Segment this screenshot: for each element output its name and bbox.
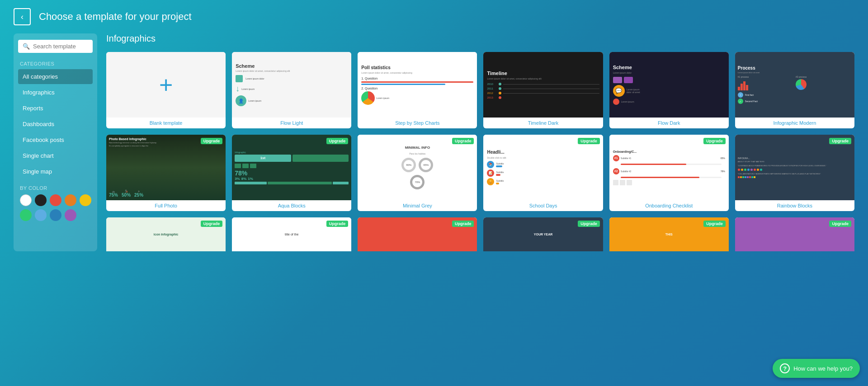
template-label-minimal-grey: Minimal Grey bbox=[358, 200, 477, 211]
main-layout: 🔍 Categories All categories Infographics… bbox=[0, 33, 868, 265]
sidebar-item-single-map[interactable]: Single map bbox=[18, 164, 93, 179]
template-thumb-infographic-modern: Process Lorem ipsum dolor sit amet #1 pr… bbox=[735, 52, 854, 118]
section-title: Infographics bbox=[106, 33, 854, 44]
template-card-your-year[interactable]: Upgrade YOUR YEAR bbox=[483, 217, 603, 251]
upgrade-badge-rainbow-blocks: Upgrade bbox=[829, 138, 851, 144]
color-swatch-white[interactable] bbox=[20, 194, 32, 206]
template-label-onboarding-checklist: Onboarding Checklist bbox=[609, 200, 729, 211]
color-swatch-red[interactable] bbox=[50, 194, 61, 206]
template-card-icon-infographic[interactable]: Upgrade icon infographic bbox=[106, 217, 226, 251]
upgrade-badge-onboarding-checklist: Upgrade bbox=[703, 138, 726, 144]
upgrade-badge-minimal-grey: Upgrade bbox=[452, 138, 474, 144]
template-card-timeline-dark[interactable]: Timeline Lorem ipsum dolor sit amet, con… bbox=[483, 52, 603, 128]
search-input[interactable] bbox=[33, 43, 88, 50]
template-label-flow-light: Flow Light bbox=[232, 118, 351, 128]
template-card-school-days[interactable]: Upgrade Headli... Double-click to edit 📚… bbox=[483, 135, 603, 211]
upgrade-badge-this: Upgrade bbox=[703, 221, 726, 227]
color-swatch-black[interactable] bbox=[35, 194, 47, 206]
template-thumb-onboarding-checklist: Onboarding/C... #1 Subtitle #1 65% #2 S bbox=[609, 135, 729, 200]
color-swatch-purple[interactable] bbox=[65, 209, 76, 221]
templates-grid-row3: Upgrade icon infographic Upgrade title o… bbox=[106, 217, 854, 251]
sidebar-item-reports[interactable]: Reports bbox=[18, 101, 93, 116]
template-card-rainbow-blocks[interactable]: Upgrade INFOGRA... ABOUT STUFF THAT MATT… bbox=[735, 135, 854, 211]
sidebar-item-infographics[interactable]: Infographics bbox=[18, 85, 93, 100]
template-card-flow-light[interactable]: Scheme Lorem ipsum dolor sit amet, conse… bbox=[232, 52, 351, 128]
color-swatches bbox=[18, 194, 93, 221]
color-swatch-green[interactable] bbox=[20, 209, 32, 221]
template-label-blank: Blank template bbox=[106, 118, 226, 128]
template-label-rainbow-blocks: Rainbow Blocks bbox=[735, 200, 854, 211]
color-swatch-blue[interactable] bbox=[50, 209, 61, 221]
template-card-blank[interactable]: + Blank template bbox=[106, 52, 226, 128]
template-thumb-flow-light: Scheme Lorem ipsum dolor sit amet, conse… bbox=[232, 52, 351, 118]
template-thumb-blank: + bbox=[106, 52, 226, 118]
template-label-aqua-blocks: Aqua Blocks bbox=[232, 200, 351, 211]
template-label-school-days: School Days bbox=[483, 200, 603, 211]
color-swatch-orange[interactable] bbox=[65, 194, 76, 206]
template-card-aqua-blocks[interactable]: Upgrade Infographic 1st 78% 3% bbox=[232, 135, 351, 211]
sidebar: 🔍 Categories All categories Infographics… bbox=[14, 33, 97, 251]
header: ‹ Choose a template for your project bbox=[0, 0, 868, 33]
sidebar-item-dashboards[interactable]: Dashboards bbox=[18, 117, 93, 132]
upgrade-badge-school-days: Upgrade bbox=[578, 138, 600, 144]
sidebar-item-facebook-posts[interactable]: Facebook posts bbox=[18, 132, 93, 147]
upgrade-badge-full-photo: Upgrade bbox=[201, 138, 223, 144]
upgrade-badge-aqua-blocks: Upgrade bbox=[326, 138, 349, 144]
upgrade-badge-unknown1: Upgrade bbox=[452, 221, 474, 227]
sidebar-item-all-categories[interactable]: All categories bbox=[18, 69, 93, 84]
template-card-title-of-the[interactable]: Upgrade title of the bbox=[232, 217, 351, 251]
template-card-onboarding-checklist[interactable]: Upgrade Onboarding/C... #1 Subtitle #1 6… bbox=[609, 135, 729, 211]
categories-label: Categories bbox=[18, 61, 93, 66]
template-label-step-by-step: Step by Step Charts bbox=[358, 118, 477, 128]
templates-grid-row2: Upgrade Photo Based Infographic Nanotech… bbox=[106, 135, 854, 211]
search-icon: 🔍 bbox=[23, 43, 30, 50]
template-thumb-minimal-grey: MINIMAL INFO Para los habitos 80% 65% 70… bbox=[358, 135, 477, 200]
templates-grid-row1: + Blank template Scheme Lorem ipsum dolo… bbox=[106, 52, 854, 128]
template-card-unknown1[interactable]: Upgrade bbox=[358, 217, 477, 251]
upgrade-badge-your-year: Upgrade bbox=[578, 221, 600, 227]
template-thumb-aqua-blocks: Infographic 1st 78% 3% 8% 1% bbox=[232, 135, 351, 200]
template-thumb-rainbow-blocks: INFOGRA... ABOUT STUFF THAT MATTERS "LEV… bbox=[735, 135, 854, 200]
upgrade-badge-icon-infographic: Upgrade bbox=[201, 221, 223, 227]
template-thumb-step-by-step: Poll statistics Lorem ipsum dolor sit am… bbox=[358, 52, 477, 118]
color-swatch-yellow[interactable] bbox=[80, 194, 91, 206]
color-swatch-light-blue[interactable] bbox=[35, 209, 47, 221]
template-label-infographic-modern: Infographic Modern bbox=[735, 118, 854, 128]
template-thumb-school-days: Headli... Double-click to edit 📚 Subtitl… bbox=[483, 135, 603, 200]
template-card-minimal-grey[interactable]: Upgrade MINIMAL INFO Para los habitos 80… bbox=[358, 135, 477, 211]
back-button[interactable]: ‹ bbox=[14, 8, 31, 25]
template-thumb-full-photo: Photo Based Infographic Nanotechnology i… bbox=[106, 135, 226, 200]
template-thumb-flow-dark: Scheme Lorem ipsum dolor 💬 Lorem ipsum d… bbox=[609, 52, 729, 118]
upgrade-badge-unknown2: Upgrade bbox=[829, 221, 851, 227]
page-title: Choose a template for your project bbox=[39, 11, 192, 23]
color-label: By color bbox=[20, 185, 93, 191]
help-label: How can we help you? bbox=[793, 365, 853, 372]
sidebar-item-single-chart[interactable]: Single chart bbox=[18, 148, 93, 163]
search-box[interactable]: 🔍 bbox=[18, 40, 93, 53]
template-thumb-timeline-dark: Timeline Lorem ipsum dolor sit amet, con… bbox=[483, 52, 603, 118]
template-card-step-by-step[interactable]: Poll statistics Lorem ipsum dolor sit am… bbox=[358, 52, 477, 128]
template-label-flow-dark: Flow Dark bbox=[609, 118, 729, 128]
template-card-flow-dark[interactable]: Scheme Lorem ipsum dolor 💬 Lorem ipsum d… bbox=[609, 52, 729, 128]
template-card-this[interactable]: Upgrade THIS bbox=[609, 217, 729, 251]
upgrade-badge-title-of-the: Upgrade bbox=[326, 221, 349, 227]
template-card-infographic-modern[interactable]: Process Lorem ipsum dolor sit amet #1 pr… bbox=[735, 52, 854, 128]
template-card-full-photo[interactable]: Upgrade Photo Based Infographic Nanotech… bbox=[106, 135, 226, 211]
main-content: Infographics + Blank template Scheme Lor… bbox=[106, 33, 854, 251]
template-card-unknown2[interactable]: Upgrade bbox=[735, 217, 854, 251]
help-button[interactable]: ? How can we help you? bbox=[773, 359, 860, 378]
help-icon: ? bbox=[780, 363, 790, 373]
template-label-timeline-dark: Timeline Dark bbox=[483, 118, 603, 128]
template-label-full-photo: Full Photo bbox=[106, 200, 226, 211]
